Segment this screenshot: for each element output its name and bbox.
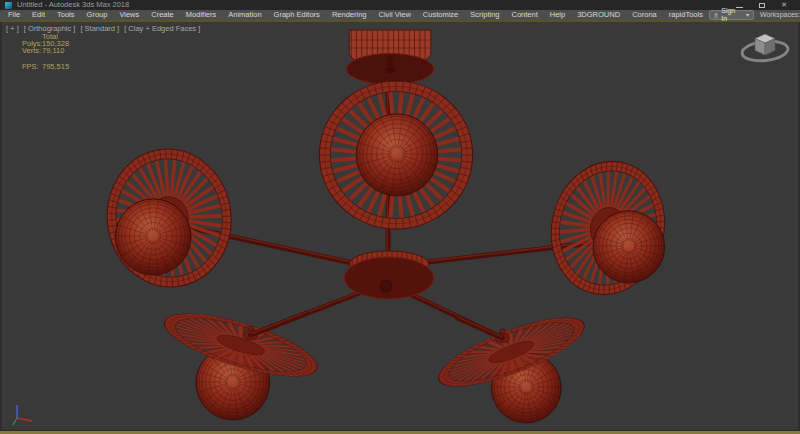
menu-item-tools[interactable]: Tools bbox=[51, 10, 81, 20]
restore-button[interactable] bbox=[759, 3, 765, 8]
menu-item-help[interactable]: Help bbox=[544, 10, 571, 20]
menu-item-create[interactable]: Create bbox=[145, 10, 180, 20]
menu-item-3dground[interactable]: 3DGROUND bbox=[571, 10, 626, 20]
viewcube[interactable] bbox=[736, 25, 794, 67]
menu-item-scripting[interactable]: Scripting bbox=[464, 10, 505, 20]
menu-item-rendering[interactable]: Rendering bbox=[326, 10, 373, 20]
menu-bar: FileEditToolsGroupViewsCreateModifiersAn… bbox=[0, 10, 800, 22]
app-icon bbox=[5, 2, 12, 9]
user-icon bbox=[714, 12, 718, 19]
menu-item-content[interactable]: Content bbox=[505, 10, 543, 20]
stats-verts-label: Verts: bbox=[22, 47, 40, 54]
viewport-label: [ + ] [ Orthographic ] [ Standard ] [ Cl… bbox=[6, 24, 200, 33]
window-title: Untitled - Autodesk 3ds Max 2018 bbox=[17, 0, 129, 10]
stats-verts-value: 79,110 bbox=[42, 47, 64, 54]
menu-item-edit[interactable]: Edit bbox=[26, 10, 51, 20]
menu-item-civil-view[interactable]: Civil View bbox=[372, 10, 416, 20]
chandelier-model-canvas[interactable] bbox=[2, 22, 798, 430]
chevron-down-icon: ▾ bbox=[746, 11, 749, 19]
viewport-menu-plus[interactable]: [ + ] bbox=[6, 24, 19, 33]
menu-item-animation[interactable]: Animation bbox=[222, 10, 267, 20]
stats-fps-value: 795,515 bbox=[42, 63, 69, 70]
workspaces-label: Workspaces: bbox=[760, 10, 800, 20]
workspaces-group: Workspaces: Default ▾ bbox=[760, 10, 800, 20]
viewport[interactable]: [ + ] [ Orthographic ] [ Standard ] [ Cl… bbox=[0, 22, 800, 430]
menu-item-group[interactable]: Group bbox=[81, 10, 114, 20]
active-viewport-border bbox=[0, 430, 800, 434]
menu-item-views[interactable]: Views bbox=[113, 10, 145, 20]
menu-item-graph-editors[interactable]: Graph Editors bbox=[268, 10, 326, 20]
menu-item-customize[interactable]: Customize bbox=[417, 10, 464, 20]
minimize-button[interactable] bbox=[736, 7, 743, 8]
viewport-statistics: Total Polys:150,328 Verts:79,110 FPS:795… bbox=[22, 33, 69, 70]
world-axis-gizmo bbox=[7, 402, 37, 428]
viewport-menu-standard[interactable]: [ Standard ] bbox=[80, 24, 119, 33]
viewport-menu-shading[interactable]: [ Clay + Edged Faces ] bbox=[124, 24, 200, 33]
menu-item-corona[interactable]: Corona bbox=[626, 10, 663, 20]
menu-item-file[interactable]: File bbox=[2, 10, 26, 20]
sign-in-button[interactable]: Sign In ▾ bbox=[709, 10, 754, 20]
sign-in-label: Sign In bbox=[721, 7, 737, 23]
menu-item-rapidtools[interactable]: rapidTools bbox=[663, 10, 709, 20]
close-button[interactable]: ✕ bbox=[781, 0, 787, 10]
title-bar: Untitled - Autodesk 3ds Max 2018 ✕ bbox=[0, 0, 800, 10]
menu-item-modifiers[interactable]: Modifiers bbox=[180, 10, 222, 20]
stats-fps-label: FPS: bbox=[22, 63, 40, 70]
